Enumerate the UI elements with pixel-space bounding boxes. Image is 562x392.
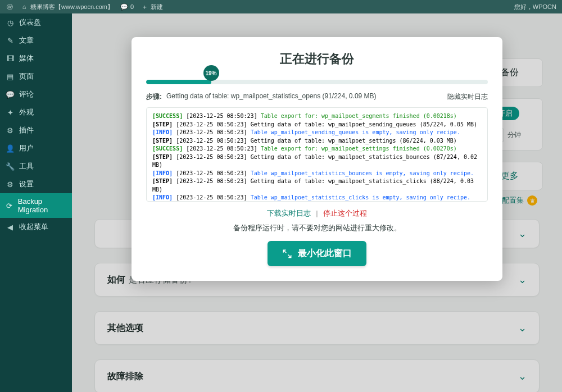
log-line: [SUCCESS] [2023-12-25 08:50:23] Table ex… bbox=[152, 145, 482, 153]
sidemenu-item-backup[interactable]: ⟳Backup Migration bbox=[0, 193, 72, 218]
sidemenu-label: 设置 bbox=[19, 179, 34, 189]
admin-sidemenu: ◷仪表盘✎文章🎞媒体▤页面💬评论✦外观⚙插件👤用户🔧工具⚙设置⟳Backup M… bbox=[0, 13, 72, 392]
plus-icon: ＋ bbox=[140, 3, 148, 11]
dashboard-icon: ◷ bbox=[6, 18, 15, 27]
backup-icon: ⟳ bbox=[6, 201, 13, 210]
new-content[interactable]: ＋新建 bbox=[140, 3, 163, 11]
sidemenu-label: 仪表盘 bbox=[19, 17, 41, 28]
appearance-icon: ✦ bbox=[6, 108, 15, 117]
sidemenu-item-tool[interactable]: 🔧工具 bbox=[0, 157, 72, 175]
sidemenu-item-comment[interactable]: 💬评论 bbox=[0, 85, 72, 103]
site-link[interactable]: ⌂糖果博客【www.wpocn.com】 bbox=[20, 3, 114, 11]
hide-log-link[interactable]: 隐藏实时日志 bbox=[447, 92, 488, 102]
step-label: 步骤: bbox=[146, 92, 162, 102]
sidemenu-label: 媒体 bbox=[19, 53, 34, 63]
sidemenu-item-dashboard[interactable]: ◷仪表盘 bbox=[0, 13, 72, 31]
sidemenu-label: 文章 bbox=[19, 35, 34, 45]
modal-title: 正在进行备份 bbox=[146, 51, 488, 67]
sidemenu-label: 评论 bbox=[19, 89, 34, 99]
log-line: [STEP] [2023-12-25 08:50:23] Getting dat… bbox=[152, 177, 482, 194]
progress-badge: 19% bbox=[203, 65, 219, 81]
sidemenu-label: Backup Migration bbox=[18, 197, 66, 214]
log-box[interactable]: [SUCCESS] [2023-12-25 08:50:23] Table ex… bbox=[146, 107, 488, 202]
pin-icon: ✎ bbox=[6, 36, 15, 45]
settings-icon: ⚙ bbox=[6, 180, 15, 189]
sidemenu-item-appearance[interactable]: ✦外观 bbox=[0, 103, 72, 121]
tool-icon: 🔧 bbox=[6, 162, 15, 171]
user-icon: 👤 bbox=[6, 144, 15, 153]
sidemenu-label: 收起菜单 bbox=[19, 222, 48, 232]
sidemenu-item-plugin[interactable]: ⚙插件 bbox=[0, 121, 72, 139]
sidemenu-label: 工具 bbox=[19, 161, 34, 171]
sidemenu-label: 用户 bbox=[19, 143, 34, 153]
sidemenu-label: 插件 bbox=[19, 125, 34, 135]
log-line: [STEP] [2023-12-25 08:50:23] Getting dat… bbox=[152, 153, 482, 170]
sidemenu-item-settings[interactable]: ⚙设置 bbox=[0, 175, 72, 193]
collapse-icon: ◀ bbox=[6, 222, 15, 231]
log-line: [INFO] [2023-12-25 08:50:23] Table wp_ma… bbox=[152, 170, 482, 178]
backup-modal: 正在进行备份 19% 步骤: Getting data of table: wp… bbox=[132, 37, 502, 281]
comments-link[interactable]: 💬0 bbox=[120, 3, 134, 11]
greeting[interactable]: 您好，WPOCN bbox=[514, 3, 556, 11]
main-content: 恢复备份 开启 00▾ 分钟 了解更多 ＋ 添加/管理配置集 ♛ ⌄ 如何 是否… bbox=[72, 13, 562, 392]
sidemenu-label: 页面 bbox=[19, 71, 34, 81]
page-icon: ▤ bbox=[6, 72, 15, 81]
admin-bar: ⓦ ⌂糖果博客【www.wpocn.com】 💬0 ＋新建 您好，WPOCN bbox=[0, 0, 562, 13]
log-line: [STEP] [2023-12-25 08:50:23] Getting dat… bbox=[152, 121, 482, 129]
media-icon: 🎞 bbox=[6, 54, 15, 63]
comment-icon: 💬 bbox=[120, 3, 128, 11]
backup-warning: 备份程序运行时，请不要对您的网站进行重大修改。 bbox=[146, 223, 488, 233]
progress-bar: 19% bbox=[146, 80, 488, 84]
log-line: [STEP] [2023-12-25 08:50:23] Getting dat… bbox=[152, 137, 482, 145]
step-text: Getting data of table: wp_mailpoet_stati… bbox=[166, 92, 377, 102]
plugin-icon: ⚙ bbox=[6, 126, 15, 135]
sidemenu-item-collapse[interactable]: ◀收起菜单 bbox=[0, 218, 72, 236]
log-line: [SUCCESS] [2023-12-25 08:50:23] Table ex… bbox=[152, 112, 482, 121]
minimize-icon bbox=[282, 249, 292, 259]
log-line: [INFO] [2023-12-25 08:50:23] Table wp_ma… bbox=[152, 129, 482, 137]
minimize-button[interactable]: 最小化此窗口 bbox=[268, 241, 366, 266]
sidemenu-item-pin[interactable]: ✎文章 bbox=[0, 31, 72, 49]
sidemenu-item-media[interactable]: 🎞媒体 bbox=[0, 49, 72, 67]
wp-logo[interactable]: ⓦ bbox=[6, 3, 13, 11]
sidemenu-item-page[interactable]: ▤页面 bbox=[0, 67, 72, 85]
modal-overlay: 正在进行备份 19% 步骤: Getting data of table: wp… bbox=[72, 13, 562, 392]
home-icon: ⌂ bbox=[20, 3, 28, 11]
stop-process-link[interactable]: 停止这个过程 bbox=[323, 209, 367, 217]
comment-icon: 💬 bbox=[6, 90, 15, 99]
sidemenu-item-user[interactable]: 👤用户 bbox=[0, 139, 72, 157]
sidemenu-label: 外观 bbox=[19, 107, 34, 117]
log-line: [INFO] [2023-12-25 08:50:23] Table wp_ma… bbox=[152, 194, 482, 202]
download-log-link[interactable]: 下载实时日志 bbox=[267, 209, 311, 217]
